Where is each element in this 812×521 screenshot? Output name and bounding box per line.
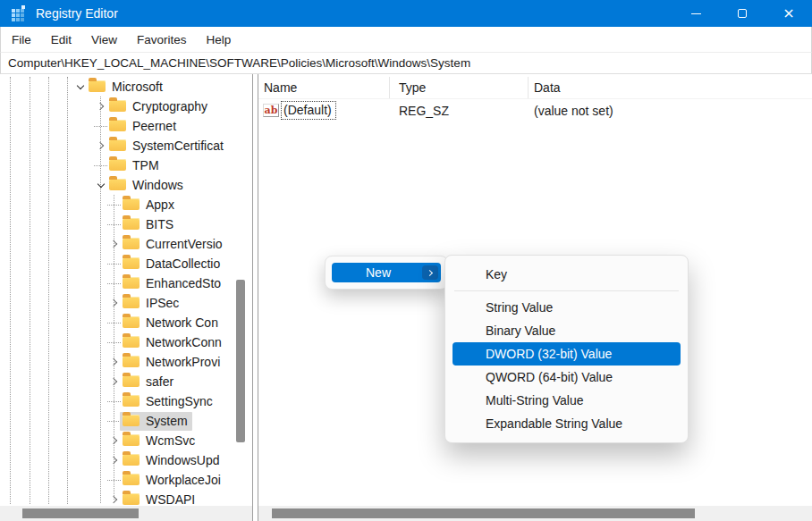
menu-bar: FileEditViewFavoritesHelp	[0, 27, 812, 52]
menu-edit[interactable]: Edit	[41, 27, 81, 52]
registry-editor-window: Registry Editor × FileEditViewFavoritesH…	[0, 0, 812, 521]
tree-vertical-scrollbar-thumb[interactable]	[236, 280, 245, 442]
menu-item-multi-string-value[interactable]: Multi-String Value	[453, 389, 681, 412]
column-header-type[interactable]: Type	[390, 77, 529, 98]
tree-item-bits[interactable]: BITS	[0, 214, 253, 234]
tree-item-body: SettingSync	[120, 392, 217, 411]
tree-connector	[94, 165, 107, 166]
close-button[interactable]: ×	[765, 0, 812, 27]
menu-view[interactable]: View	[81, 27, 127, 52]
tree-item-peernet[interactable]: Peernet	[0, 116, 253, 136]
column-header-data[interactable]: Data	[529, 77, 812, 98]
menu-item-new[interactable]: New	[332, 263, 441, 282]
menu-favorites[interactable]: Favorites	[127, 27, 197, 52]
tree-item-windowsupd[interactable]: WindowsUpd	[0, 450, 253, 470]
new-submenu: KeyString ValueBinary ValueDWORD (32-bit…	[444, 255, 689, 443]
chevron-right-icon[interactable]	[94, 100, 107, 113]
tree-item-windows[interactable]: Windows	[0, 175, 253, 195]
folder-icon	[123, 493, 140, 505]
tree-item-microsoft[interactable]: Microsoft	[0, 77, 253, 97]
data-cell: (value not set)	[529, 99, 812, 122]
folder-icon	[123, 356, 140, 367]
folder-icon	[123, 297, 140, 308]
tree-connector	[107, 283, 121, 284]
window-controls: ×	[672, 0, 812, 27]
tree-item-system[interactable]: System	[0, 411, 253, 431]
tree-item-body: DataCollectio	[120, 255, 224, 273]
folder-icon	[123, 257, 140, 269]
chevron-right-icon[interactable]	[107, 297, 121, 310]
tree-label: WorkplaceJoi	[146, 473, 221, 487]
values-horizontal-scrollbar-thumb[interactable]	[272, 508, 695, 518]
tree-item-networkconn[interactable]: NetworkConn	[0, 332, 253, 352]
address-bar[interactable]: Computer\HKEY_LOCAL_MACHINE\SOFTWARE\Pol…	[0, 52, 812, 74]
main-area: MicrosoftCryptographyPeernetSystemCertif…	[0, 74, 812, 521]
chevron-right-icon[interactable]	[107, 356, 121, 369]
values-horizontal-scrollbar[interactable]	[258, 506, 812, 521]
tree-label: IPSec	[146, 296, 179, 310]
name-cell: ab(Default)	[258, 99, 390, 122]
column-header-name[interactable]: Name	[258, 77, 390, 98]
tree-item-currentversio[interactable]: CurrentVersio	[0, 234, 253, 254]
tree-label: BITS	[146, 217, 173, 231]
chevron-right-icon[interactable]	[94, 139, 107, 153]
menu-help[interactable]: Help	[197, 27, 241, 52]
tree-connector	[107, 480, 121, 481]
maximize-button[interactable]	[719, 0, 765, 27]
tree-horizontal-scrollbar[interactable]	[0, 506, 253, 521]
tree-item-ipsec[interactable]: IPSec	[0, 293, 253, 313]
tree-item-body: BITS	[120, 215, 178, 234]
folder-icon	[123, 218, 140, 230]
tree-label: CurrentVersio	[146, 237, 223, 251]
menu-item-binary-value[interactable]: Binary Value	[453, 319, 681, 342]
tree-item-settingsync[interactable]: SettingSync	[0, 391, 253, 411]
tree-item-body: TPM	[106, 156, 164, 175]
chevron-right-icon[interactable]	[107, 238, 121, 251]
folder-icon	[123, 336, 140, 348]
tree-item-systemcertificat[interactable]: SystemCertificat	[0, 136, 253, 155]
tree-item-body: System	[120, 412, 192, 431]
chevron-down-icon[interactable]	[73, 80, 87, 94]
menu-separator	[454, 290, 679, 291]
tree-item-body: Microsoft	[86, 78, 167, 97]
tree-item-body: Cryptography	[106, 97, 212, 116]
tree-item-body: NetworkConn	[120, 333, 226, 352]
tree-item-workplacejoi[interactable]: WorkplaceJoi	[0, 470, 253, 490]
chevron-right-icon[interactable]	[107, 493, 121, 507]
folder-icon	[109, 179, 126, 190]
menu-item-expandable-string-value[interactable]: Expandable String Value	[453, 412, 681, 435]
chevron-down-icon[interactable]	[94, 179, 107, 192]
tree-item-safer[interactable]: safer	[0, 372, 253, 391]
minimize-button[interactable]	[672, 0, 719, 27]
folder-icon	[123, 395, 140, 407]
tree-horizontal-scrollbar-thumb[interactable]	[22, 508, 139, 518]
menu-item-qword-64-bit-value[interactable]: QWORD (64-bit) Value	[453, 366, 681, 389]
registry-tree-pane: MicrosoftCryptographyPeernetSystemCertif…	[0, 74, 253, 521]
tree-item-cryptography[interactable]: Cryptography	[0, 97, 253, 116]
tree-label: System	[146, 414, 188, 428]
tree-item-appx[interactable]: Appx	[0, 195, 253, 214]
tree-item-wcmsvc[interactable]: WcmSvc	[0, 431, 253, 450]
tree-item-enhancedsto[interactable]: EnhancedSto	[0, 273, 253, 293]
tree-item-network-con[interactable]: Network Con	[0, 313, 253, 332]
folder-icon	[123, 238, 140, 249]
chevron-right-icon[interactable]	[107, 375, 121, 389]
tree-item-tpm[interactable]: TPM	[0, 155, 253, 175]
tree-label: TPM	[132, 158, 159, 172]
chevron-right-icon[interactable]	[107, 434, 121, 448]
close-icon: ×	[782, 6, 794, 21]
tree-item-body: Peernet	[106, 117, 181, 136]
menu-item-string-value[interactable]: String Value	[453, 296, 681, 319]
tree-label: NetworkProvi	[146, 355, 220, 369]
menu-item-key[interactable]: Key	[453, 263, 681, 286]
tree-item-body: safer	[120, 373, 178, 391]
tree-item-datacollectio[interactable]: DataCollectio	[0, 254, 253, 273]
tree-label: SystemCertificat	[132, 139, 224, 153]
value-row[interactable]: ab(Default)REG_SZ(value not set)	[258, 99, 812, 122]
tree-item-networkprovi[interactable]: NetworkProvi	[0, 352, 253, 372]
chevron-right-icon[interactable]	[107, 454, 121, 467]
menu-item-dword-32-bit-value[interactable]: DWORD (32-bit) Value	[453, 342, 681, 366]
registry-path: Computer\HKEY_LOCAL_MACHINE\SOFTWARE\Pol…	[8, 56, 470, 70]
type-cell: REG_SZ	[390, 99, 529, 122]
menu-file[interactable]: File	[2, 27, 41, 52]
